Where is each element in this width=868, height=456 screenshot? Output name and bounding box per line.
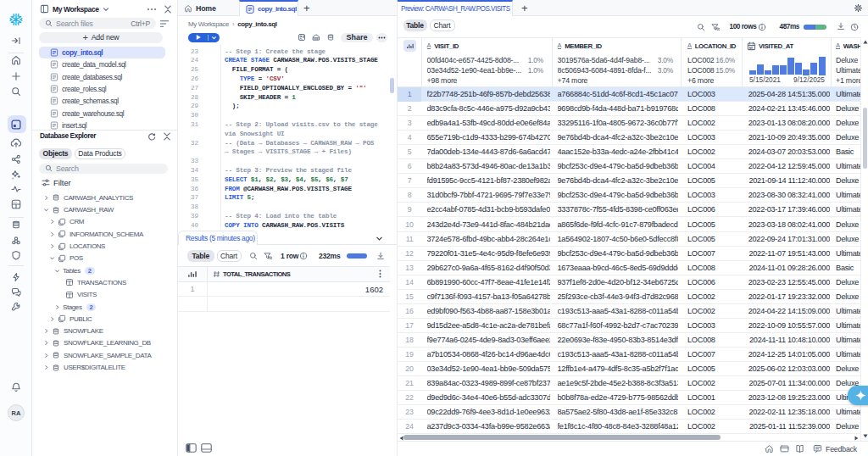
svg-text:NT: NT bbox=[749, 46, 754, 49]
